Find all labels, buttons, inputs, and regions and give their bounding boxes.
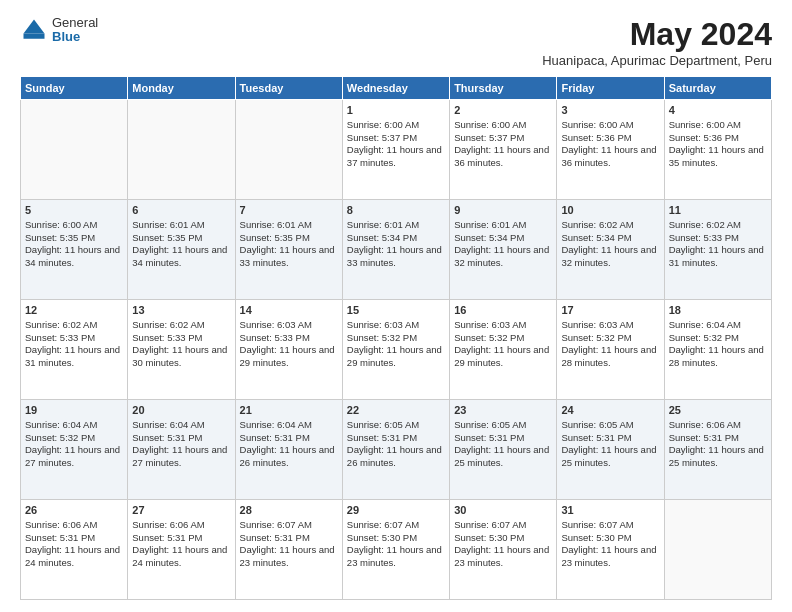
sunset-text: Sunset: 5:32 PM xyxy=(454,332,552,345)
sunrise-text: Sunrise: 6:05 AM xyxy=(561,419,659,432)
calendar-day-cell: 27Sunrise: 6:06 AMSunset: 5:31 PMDayligh… xyxy=(128,500,235,600)
header: General Blue May 2024 Huanipaca, Apurima… xyxy=(20,16,772,68)
day-number: 2 xyxy=(454,103,552,118)
calendar-day-cell: 23Sunrise: 6:05 AMSunset: 5:31 PMDayligh… xyxy=(450,400,557,500)
day-number: 14 xyxy=(240,303,338,318)
calendar-day-cell: 28Sunrise: 6:07 AMSunset: 5:31 PMDayligh… xyxy=(235,500,342,600)
sunrise-text: Sunrise: 6:00 AM xyxy=(25,219,123,232)
day-number: 10 xyxy=(561,203,659,218)
logo-text: General Blue xyxy=(52,16,98,45)
svg-rect-1 xyxy=(24,34,45,39)
daylight-text: Daylight: 11 hours and 23 minutes. xyxy=(347,544,445,570)
weekday-header: Tuesday xyxy=(235,77,342,100)
day-number: 16 xyxy=(454,303,552,318)
weekday-header: Saturday xyxy=(664,77,771,100)
day-number: 15 xyxy=(347,303,445,318)
daylight-text: Daylight: 11 hours and 30 minutes. xyxy=(132,344,230,370)
sunrise-text: Sunrise: 6:00 AM xyxy=(347,119,445,132)
sunrise-text: Sunrise: 6:07 AM xyxy=(240,519,338,532)
daylight-text: Daylight: 11 hours and 36 minutes. xyxy=(561,144,659,170)
sunrise-text: Sunrise: 6:07 AM xyxy=(454,519,552,532)
day-number: 26 xyxy=(25,503,123,518)
sunrise-text: Sunrise: 6:03 AM xyxy=(347,319,445,332)
sunrise-text: Sunrise: 6:01 AM xyxy=(454,219,552,232)
calendar-day-cell: 4Sunrise: 6:00 AMSunset: 5:36 PMDaylight… xyxy=(664,100,771,200)
calendar-day-cell: 30Sunrise: 6:07 AMSunset: 5:30 PMDayligh… xyxy=(450,500,557,600)
calendar-day-cell: 1Sunrise: 6:00 AMSunset: 5:37 PMDaylight… xyxy=(342,100,449,200)
sunrise-text: Sunrise: 6:01 AM xyxy=(347,219,445,232)
sunset-text: Sunset: 5:35 PM xyxy=(240,232,338,245)
daylight-text: Daylight: 11 hours and 26 minutes. xyxy=(240,444,338,470)
sunrise-text: Sunrise: 6:07 AM xyxy=(561,519,659,532)
daylight-text: Daylight: 11 hours and 34 minutes. xyxy=(25,244,123,270)
day-number: 29 xyxy=(347,503,445,518)
day-number: 22 xyxy=(347,403,445,418)
calendar-day-cell: 21Sunrise: 6:04 AMSunset: 5:31 PMDayligh… xyxy=(235,400,342,500)
daylight-text: Daylight: 11 hours and 25 minutes. xyxy=(561,444,659,470)
sunrise-text: Sunrise: 6:03 AM xyxy=(561,319,659,332)
daylight-text: Daylight: 11 hours and 31 minutes. xyxy=(25,344,123,370)
calendar-day-cell: 2Sunrise: 6:00 AMSunset: 5:37 PMDaylight… xyxy=(450,100,557,200)
day-number: 4 xyxy=(669,103,767,118)
day-number: 3 xyxy=(561,103,659,118)
daylight-text: Daylight: 11 hours and 31 minutes. xyxy=(669,244,767,270)
day-number: 17 xyxy=(561,303,659,318)
month-title: May 2024 xyxy=(542,16,772,53)
sunset-text: Sunset: 5:31 PM xyxy=(454,432,552,445)
calendar-table: SundayMondayTuesdayWednesdayThursdayFrid… xyxy=(20,76,772,600)
sunrise-text: Sunrise: 6:06 AM xyxy=(132,519,230,532)
sunset-text: Sunset: 5:33 PM xyxy=(132,332,230,345)
day-number: 19 xyxy=(25,403,123,418)
sunrise-text: Sunrise: 6:03 AM xyxy=(454,319,552,332)
sunset-text: Sunset: 5:30 PM xyxy=(454,532,552,545)
calendar-week-row: 1Sunrise: 6:00 AMSunset: 5:37 PMDaylight… xyxy=(21,100,772,200)
sunrise-text: Sunrise: 6:06 AM xyxy=(25,519,123,532)
day-number: 20 xyxy=(132,403,230,418)
sunrise-text: Sunrise: 6:00 AM xyxy=(454,119,552,132)
sunrise-text: Sunrise: 6:00 AM xyxy=(669,119,767,132)
calendar-week-row: 26Sunrise: 6:06 AMSunset: 5:31 PMDayligh… xyxy=(21,500,772,600)
sunrise-text: Sunrise: 6:02 AM xyxy=(25,319,123,332)
calendar-body: 1Sunrise: 6:00 AMSunset: 5:37 PMDaylight… xyxy=(21,100,772,600)
sunrise-text: Sunrise: 6:01 AM xyxy=(132,219,230,232)
calendar-day-cell: 12Sunrise: 6:02 AMSunset: 5:33 PMDayligh… xyxy=(21,300,128,400)
day-number: 18 xyxy=(669,303,767,318)
sunrise-text: Sunrise: 6:03 AM xyxy=(240,319,338,332)
daylight-text: Daylight: 11 hours and 23 minutes. xyxy=(240,544,338,570)
calendar-day-cell: 18Sunrise: 6:04 AMSunset: 5:32 PMDayligh… xyxy=(664,300,771,400)
daylight-text: Daylight: 11 hours and 28 minutes. xyxy=(669,344,767,370)
daylight-text: Daylight: 11 hours and 35 minutes. xyxy=(669,144,767,170)
calendar-day-cell: 31Sunrise: 6:07 AMSunset: 5:30 PMDayligh… xyxy=(557,500,664,600)
sunset-text: Sunset: 5:35 PM xyxy=(132,232,230,245)
daylight-text: Daylight: 11 hours and 25 minutes. xyxy=(669,444,767,470)
sunrise-text: Sunrise: 6:05 AM xyxy=(454,419,552,432)
calendar-day-cell: 19Sunrise: 6:04 AMSunset: 5:32 PMDayligh… xyxy=(21,400,128,500)
daylight-text: Daylight: 11 hours and 32 minutes. xyxy=(454,244,552,270)
sunrise-text: Sunrise: 6:07 AM xyxy=(347,519,445,532)
weekday-header: Wednesday xyxy=(342,77,449,100)
day-number: 8 xyxy=(347,203,445,218)
daylight-text: Daylight: 11 hours and 23 minutes. xyxy=(561,544,659,570)
calendar-day-cell: 14Sunrise: 6:03 AMSunset: 5:33 PMDayligh… xyxy=(235,300,342,400)
weekday-header: Thursday xyxy=(450,77,557,100)
calendar-day-cell: 16Sunrise: 6:03 AMSunset: 5:32 PMDayligh… xyxy=(450,300,557,400)
daylight-text: Daylight: 11 hours and 36 minutes. xyxy=(454,144,552,170)
sunrise-text: Sunrise: 6:04 AM xyxy=(669,319,767,332)
sunset-text: Sunset: 5:33 PM xyxy=(25,332,123,345)
daylight-text: Daylight: 11 hours and 28 minutes. xyxy=(561,344,659,370)
sunset-text: Sunset: 5:31 PM xyxy=(132,532,230,545)
sunset-text: Sunset: 5:31 PM xyxy=(240,432,338,445)
daylight-text: Daylight: 11 hours and 27 minutes. xyxy=(25,444,123,470)
sunset-text: Sunset: 5:31 PM xyxy=(25,532,123,545)
daylight-text: Daylight: 11 hours and 32 minutes. xyxy=(561,244,659,270)
calendar-week-row: 19Sunrise: 6:04 AMSunset: 5:32 PMDayligh… xyxy=(21,400,772,500)
daylight-text: Daylight: 11 hours and 29 minutes. xyxy=(347,344,445,370)
logo-general: General xyxy=(52,16,98,30)
sunrise-text: Sunrise: 6:05 AM xyxy=(347,419,445,432)
sunset-text: Sunset: 5:30 PM xyxy=(561,532,659,545)
sunset-text: Sunset: 5:36 PM xyxy=(669,132,767,145)
calendar-day-cell: 29Sunrise: 6:07 AMSunset: 5:30 PMDayligh… xyxy=(342,500,449,600)
sunrise-text: Sunrise: 6:06 AM xyxy=(669,419,767,432)
sunset-text: Sunset: 5:31 PM xyxy=(347,432,445,445)
day-number: 9 xyxy=(454,203,552,218)
